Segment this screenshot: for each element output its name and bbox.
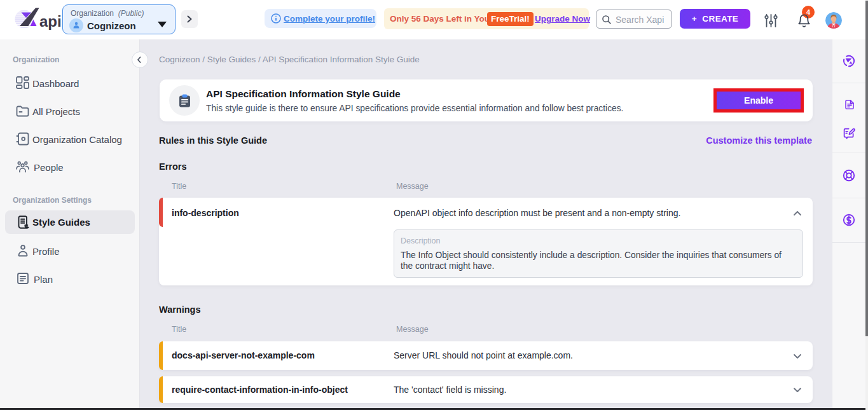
svg-text:api: api: [39, 13, 62, 30]
